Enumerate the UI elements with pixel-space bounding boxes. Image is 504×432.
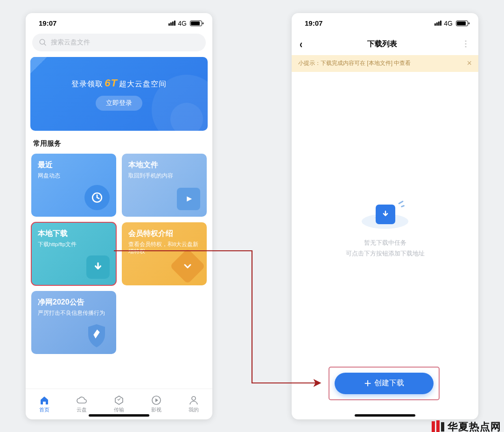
home-icon bbox=[39, 395, 50, 406]
card-recent[interactable]: 最近 网盘动态 bbox=[31, 154, 116, 217]
close-icon[interactable]: × bbox=[467, 58, 472, 68]
tip-banner: 小提示：下载完成内容可在 [本地文件] 中查看 × bbox=[292, 55, 478, 72]
shield-icon bbox=[85, 323, 108, 348]
login-button[interactable]: 立即登录 bbox=[96, 96, 142, 111]
search-input[interactable]: 搜索云盘文件 bbox=[32, 34, 206, 51]
status-time: 19:07 bbox=[39, 19, 56, 27]
card-vip[interactable]: 会员特权介绍 查看会员特权，和8大云盘新增特权 bbox=[122, 222, 207, 285]
home-indicator[interactable] bbox=[355, 414, 415, 417]
svg-line-1 bbox=[44, 43, 46, 45]
more-button[interactable]: ⋯ bbox=[461, 40, 471, 49]
tab-mine[interactable]: 我的 bbox=[175, 389, 212, 419]
section-title: 常用服务 bbox=[33, 139, 205, 148]
tab-home[interactable]: 首页 bbox=[26, 389, 63, 419]
status-bar: 19:07 4G bbox=[292, 13, 478, 34]
card-notice[interactable]: 净网2020公告 严厉打击不良信息传播行为 bbox=[31, 291, 116, 354]
back-button[interactable]: ‹ bbox=[300, 39, 302, 50]
download-list-screen: 19:07 4G ‹ 下载列表 ⋯ 小提示：下载完成内容可在 [本地文件] 中查… bbox=[292, 13, 478, 419]
signal-text: 4G bbox=[444, 20, 453, 27]
service-grid: 最近 网盘动态 本地文件 取回到手机的内容 本地下载 下载http/ftp文件 … bbox=[31, 154, 207, 354]
tip-text: 小提示：下载完成内容可在 [本地文件] 中查看 bbox=[298, 59, 411, 67]
search-icon bbox=[39, 38, 47, 47]
status-indicators: 4G bbox=[168, 20, 202, 27]
download-icon bbox=[86, 255, 110, 279]
banner-title: 登录领取 6T 超大云盘空间 bbox=[71, 77, 167, 89]
media-icon bbox=[151, 395, 162, 406]
home-screen: 19:07 4G 搜索云盘文件 登录领取 6T 超大云盘空间 立即登录 常用服务 bbox=[26, 13, 212, 419]
card-local-download[interactable]: 本地下载 下载http/ftp文件 bbox=[31, 222, 116, 285]
svg-point-4 bbox=[192, 397, 196, 400]
status-time: 19:07 bbox=[305, 19, 322, 27]
battery-icon bbox=[190, 21, 202, 26]
battery-icon bbox=[456, 21, 468, 26]
cloud-icon bbox=[76, 395, 87, 406]
signal-icon bbox=[434, 20, 442, 27]
status-indicators: 4G bbox=[434, 20, 468, 27]
play-folder-icon bbox=[177, 188, 200, 210]
create-download-button[interactable]: + 创建下载 bbox=[335, 373, 434, 394]
empty-text-2: 可点击下方按钮添加下载地址 bbox=[346, 250, 425, 258]
login-banner[interactable]: 登录领取 6T 超大云盘空间 立即登录 bbox=[30, 57, 208, 131]
create-download-highlight: + 创建下载 bbox=[329, 367, 439, 400]
signal-text: 4G bbox=[178, 20, 187, 27]
clock-icon bbox=[84, 185, 110, 210]
empty-icon bbox=[362, 191, 408, 229]
watermark-logo bbox=[432, 420, 445, 432]
watermark-text: 华夏热点网 bbox=[448, 420, 501, 432]
page-title: 下载列表 bbox=[367, 39, 397, 49]
transfer-icon bbox=[113, 395, 125, 406]
watermark: 华夏热点网 bbox=[432, 420, 501, 432]
signal-icon bbox=[168, 20, 176, 27]
nav-bar: ‹ 下载列表 ⋯ bbox=[292, 34, 478, 55]
card-local-files[interactable]: 本地文件 取回到手机的内容 bbox=[122, 154, 207, 217]
user-icon bbox=[188, 395, 199, 406]
empty-text-1: 暂无下载中任务 bbox=[364, 239, 406, 247]
home-indicator[interactable] bbox=[89, 414, 149, 417]
status-bar: 19:07 4G bbox=[26, 13, 212, 34]
search-placeholder: 搜索云盘文件 bbox=[51, 38, 90, 47]
